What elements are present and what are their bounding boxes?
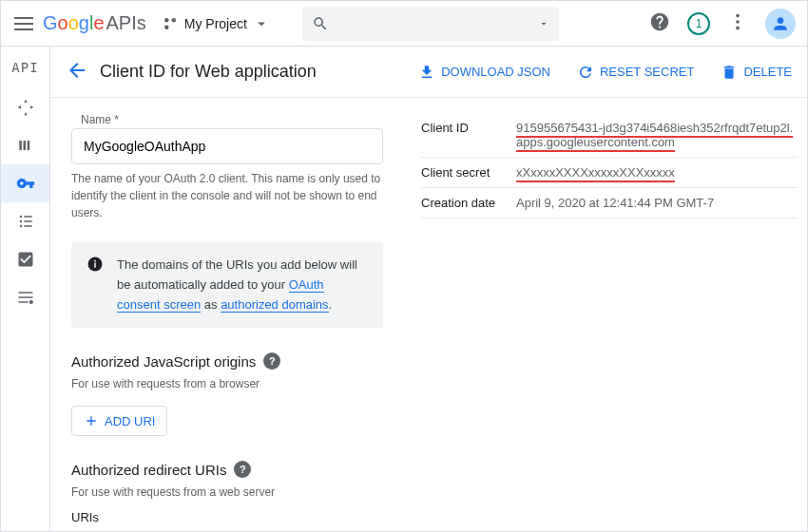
svg-rect-7 — [23, 141, 26, 150]
svg-point-0 — [164, 18, 169, 23]
svg-point-3 — [736, 14, 740, 18]
delete-button[interactable]: DELETE — [721, 64, 792, 81]
add-uri-button[interactable]: ADD URI — [71, 406, 167, 436]
client-id-label: Client ID — [421, 121, 516, 149]
sidebar-item-dashboard[interactable] — [1, 88, 49, 126]
help-icon[interactable]: ? — [234, 461, 251, 478]
name-label: Name * — [71, 113, 383, 126]
creation-date-label: Creation date — [421, 196, 516, 210]
help-icon[interactable]: ? — [263, 352, 280, 370]
client-secret-row: Client secret xXxxxxXXXXxxxxxXXXxxxxx — [421, 158, 798, 188]
client-id-row: Client ID 915955675431-jd3g374i5468iesh3… — [421, 113, 798, 158]
name-input[interactable] — [71, 128, 383, 164]
top-bar: Google APIs My Project 1 — [1, 1, 807, 47]
js-origins-header: Authorized JavaScript origins ? — [71, 352, 383, 370]
svg-point-11 — [19, 225, 22, 228]
reset-secret-button[interactable]: RESET SECRET — [577, 64, 694, 81]
name-help-text: The name of your OAuth 2.0 client. This … — [71, 170, 383, 221]
sidebar-item-consent[interactable] — [1, 202, 49, 240]
chevron-down-icon[interactable] — [538, 18, 549, 29]
svg-rect-14 — [94, 263, 96, 268]
search-input[interactable] — [337, 16, 530, 31]
main-content: Client ID for Web application DOWNLOAD J… — [50, 47, 807, 531]
info-icon — [87, 256, 104, 273]
search-box[interactable] — [302, 7, 559, 41]
chevron-down-icon — [253, 15, 270, 32]
menu-icon[interactable] — [12, 12, 35, 35]
js-origins-subtext: For use with requests from a browser — [71, 377, 383, 390]
sidebar-item-settings[interactable] — [1, 278, 49, 316]
svg-point-15 — [94, 260, 96, 262]
back-arrow-icon[interactable] — [66, 59, 88, 85]
svg-point-9 — [19, 216, 22, 218]
sidebar-item-credentials[interactable] — [1, 164, 49, 202]
help-icon[interactable] — [649, 11, 670, 35]
redirect-subtext: For use with requests from a web server — [71, 485, 383, 499]
uris-label: URIs — [71, 510, 383, 524]
svg-point-2 — [164, 25, 169, 29]
avatar[interactable] — [765, 9, 796, 39]
download-icon — [418, 64, 435, 81]
sidebar-item-verification[interactable] — [1, 240, 49, 278]
project-icon — [162, 15, 179, 32]
search-icon — [312, 15, 329, 32]
svg-point-1 — [171, 18, 176, 23]
svg-rect-6 — [19, 141, 22, 150]
svg-point-12 — [29, 300, 32, 304]
plus-icon — [84, 413, 99, 428]
google-apis-logo[interactable]: Google APIs — [43, 12, 146, 34]
sidebar-title: API — [11, 47, 38, 88]
more-icon[interactable] — [727, 11, 748, 35]
authorized-domains-link[interactable]: authorized domains — [221, 297, 328, 313]
page-header: Client ID for Web application DOWNLOAD J… — [50, 47, 807, 98]
client-secret-label: Client secret — [421, 165, 516, 180]
project-selector[interactable]: My Project — [162, 15, 270, 32]
logo-suffix: APIs — [106, 12, 146, 34]
svg-rect-8 — [27, 141, 29, 150]
svg-point-5 — [736, 27, 740, 30]
redirect-uris-header: Authorized redirect URIs ? — [71, 461, 383, 478]
client-id-value: 915955675431-jd3g374i5468iesh352rfrqdt7e… — [516, 121, 793, 152]
svg-point-10 — [19, 220, 22, 223]
project-name: My Project — [184, 16, 247, 31]
sidebar: API — [1, 47, 50, 531]
sidebar-item-library[interactable] — [1, 126, 49, 164]
notification-badge[interactable]: 1 — [687, 12, 710, 35]
page-title: Client ID for Web application — [100, 62, 317, 82]
svg-point-4 — [736, 20, 740, 24]
delete-icon — [721, 64, 738, 81]
download-json-button[interactable]: DOWNLOAD JSON — [418, 64, 550, 81]
info-box: The domains of the URIs you add below wi… — [71, 242, 383, 328]
client-secret-value: xXxxxxXXXXxxxxxXXXxxxxx — [516, 165, 675, 182]
reset-icon — [577, 64, 594, 81]
creation-date-value: April 9, 2020 at 12:41:44 PM GMT-7 — [516, 196, 798, 210]
creation-date-row: Creation date April 9, 2020 at 12:41:44 … — [421, 188, 798, 218]
